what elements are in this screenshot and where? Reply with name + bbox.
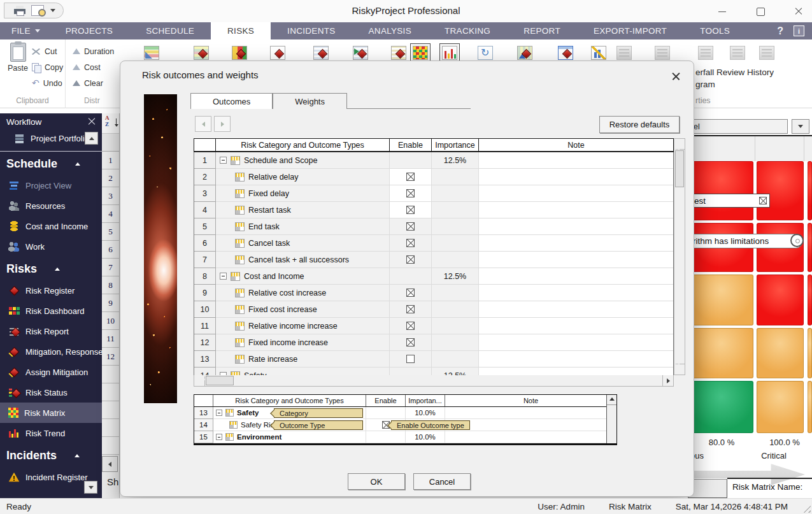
menu-tab-analysis[interactable]: ANALYSIS	[352, 22, 428, 39]
sidebar-item-work[interactable]: Work	[0, 236, 102, 257]
sidebar-item-risk-trend[interactable]: Risk Trend	[0, 423, 102, 443]
refresh-toolbar-icon[interactable]	[475, 43, 495, 62]
menu-tab-incidents[interactable]: INCIDENTS	[271, 22, 352, 39]
sidebar-item-risk-register[interactable]: Risk Register	[0, 280, 102, 301]
matrix-cell-red[interactable]	[690, 161, 753, 220]
customize-arrow-icon[interactable]	[50, 9, 55, 12]
sidebar-item-project-portfolio[interactable]: Project Portfolio	[0, 130, 102, 147]
note-cell[interactable]	[479, 368, 673, 375]
menu-tab-tracking[interactable]: TRACKING	[428, 22, 507, 39]
risk-label-algorithm[interactable]: rithm has limitations	[690, 234, 803, 248]
matrix-cell-orange[interactable]	[757, 381, 804, 433]
close-sidebar-icon[interactable]	[88, 118, 96, 125]
sidebar-section-schedule[interactable]: Schedule	[0, 152, 102, 175]
sidebar-item-project-view[interactable]: Project View	[0, 175, 102, 196]
note-cell[interactable]	[479, 185, 673, 202]
report-toolbar-icon-disabled[interactable]	[614, 43, 634, 62]
menu-tab-projects[interactable]: PROJECTS	[49, 22, 129, 39]
enable-checkbox[interactable]	[406, 206, 415, 214]
note-cell[interactable]	[479, 202, 673, 218]
risk-dashboard-toolbar-icon[interactable]	[229, 43, 250, 62]
scroll-up-button[interactable]	[674, 139, 685, 150]
note-cell[interactable]	[479, 268, 673, 285]
dropdown-arrow-button[interactable]	[792, 119, 809, 134]
enable-checkbox[interactable]	[406, 305, 415, 313]
paste-button[interactable]: Paste	[5, 43, 31, 73]
sidebar-item-risk-status[interactable]: Risk Status	[0, 382, 102, 403]
nav-back-button[interactable]	[195, 116, 211, 132]
risk-label-clipped[interactable]: est	[690, 194, 770, 208]
horizontal-scrollbar[interactable]	[194, 375, 674, 387]
enable-checkbox[interactable]	[406, 255, 415, 264]
cancel-button[interactable]: Cancel	[413, 473, 471, 490]
clear-button[interactable]: Clear	[66, 75, 120, 91]
note-cell[interactable]	[479, 218, 673, 235]
matrix-cell-red[interactable]	[757, 161, 804, 220]
menu-tab-export-import[interactable]: EXPORT-IMPORT	[577, 22, 683, 39]
risk-properties-toolbar-icon[interactable]	[311, 43, 331, 62]
review-toolbar-icon-disabled[interactable]	[727, 43, 748, 62]
sidebar-item-mitigation-response[interactable]: Mitigation, Response	[0, 341, 102, 362]
waterfall-toolbar-icon-disabled[interactable]	[695, 43, 716, 62]
enable-checkbox[interactable]	[406, 355, 415, 363]
sidebar-item-risk-report[interactable]: Risk Report	[0, 321, 102, 341]
enable-checkbox[interactable]	[406, 289, 415, 297]
risk-label-checkbox[interactable]	[759, 197, 767, 204]
cut-button[interactable]: Cut	[32, 43, 63, 59]
risk-trend-toolbar-icon[interactable]	[439, 43, 460, 62]
menu-tab-file[interactable]: FILE	[3, 22, 49, 39]
help-button[interactable]: ?	[777, 25, 783, 37]
sidebar-item-resources[interactable]: Resources	[0, 196, 102, 216]
duration-button[interactable]: Duration	[66, 43, 120, 59]
maximize-button[interactable]	[756, 7, 765, 16]
enable-checkbox[interactable]	[406, 322, 415, 330]
note-cell[interactable]	[479, 334, 673, 351]
risk-form-toolbar-icon[interactable]	[555, 43, 576, 62]
risk-register-toolbar-icon[interactable]	[191, 43, 211, 62]
enable-checkbox[interactable]	[406, 222, 415, 231]
matrix-cell-green[interactable]	[690, 381, 753, 433]
info-button[interactable]: i	[794, 25, 804, 36]
note-cell[interactable]	[479, 301, 673, 318]
sidebar-item-cost-and-income[interactable]: Cost and Income	[0, 216, 102, 236]
note-cell[interactable]	[479, 235, 673, 252]
menu-tab-schedule[interactable]: SCHEDULE	[129, 22, 211, 39]
sidebar-section-risks[interactable]: Risks	[0, 257, 102, 280]
vertical-scroll-thumb[interactable]	[675, 150, 684, 187]
note-cell[interactable]	[479, 252, 673, 268]
dialog-close-button[interactable]	[667, 68, 685, 84]
matrix-cell-orange[interactable]	[690, 328, 753, 378]
risk-report-toolbar-icon[interactable]	[267, 43, 288, 62]
tab-outcomes[interactable]: Outcomes	[190, 93, 273, 109]
collapse-box-icon[interactable]	[220, 273, 227, 280]
menu-tab-report[interactable]: REPORT	[507, 22, 577, 39]
sidebar-item-assign-mitigation[interactable]: Assign Mitigation	[0, 362, 102, 382]
risk-review-toolbar-icon[interactable]	[388, 43, 409, 62]
collapse-box-icon[interactable]	[216, 410, 222, 416]
sidebar-section-incidents[interactable]: Incidents	[0, 443, 102, 467]
collapse-box-icon[interactable]	[216, 434, 222, 440]
restore-defaults-button[interactable]: Restore defaults	[599, 116, 680, 133]
note-cell[interactable]	[479, 318, 673, 334]
tab-weights[interactable]: Weights	[273, 93, 347, 109]
background-scroll-left-button[interactable]	[102, 456, 118, 472]
matrix-cell-red[interactable]	[757, 275, 804, 325]
enable-checkbox[interactable]	[406, 173, 415, 181]
risk-level-dropdown[interactable]: el	[690, 119, 788, 134]
risk-matrix-toolbar-icon[interactable]	[410, 43, 431, 62]
vertical-scrollbar[interactable]	[674, 138, 685, 375]
note-cell[interactable]	[479, 152, 673, 169]
enable-checkbox[interactable]	[406, 239, 415, 247]
sidebar-item-risk-matrix[interactable]: Risk Matrix	[0, 403, 102, 423]
scroll-down-button[interactable]	[674, 364, 685, 375]
print-preview-icon[interactable]	[31, 5, 44, 16]
import-toolbar-icon-disabled[interactable]	[652, 43, 673, 62]
minimize-button[interactable]	[718, 7, 727, 16]
scroll-left-button[interactable]	[194, 375, 205, 386]
chart-wizard-toolbar-icon[interactable]	[588, 43, 609, 62]
collapse-box-icon[interactable]	[220, 157, 227, 164]
scroll-right-button[interactable]	[662, 375, 673, 386]
cost-button[interactable]: Cost	[66, 59, 120, 75]
menu-tab-risks[interactable]: RISKS	[211, 22, 271, 39]
az-sort-icon[interactable]	[102, 113, 119, 134]
